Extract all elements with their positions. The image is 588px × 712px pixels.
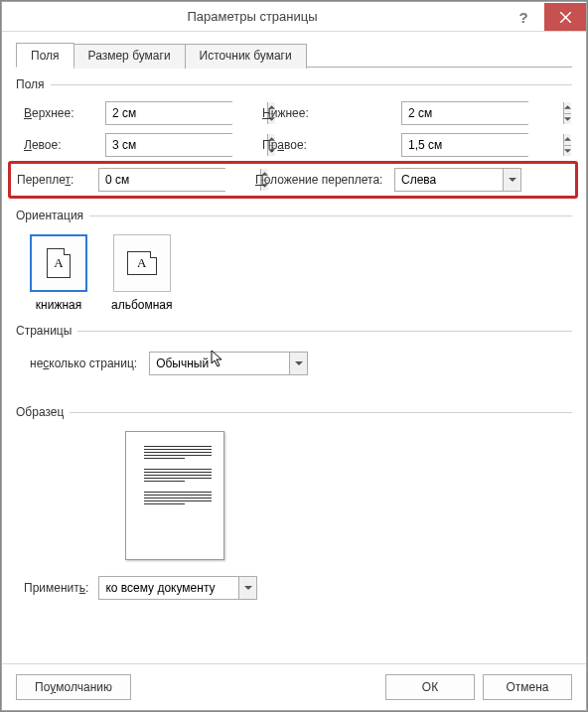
dialog-footer: По умолчанию ОК Отмена: [2, 663, 586, 710]
cancel-button[interactable]: Отмена: [483, 674, 572, 700]
tab-paper-size[interactable]: Размер бумаги: [74, 44, 186, 69]
titlebar: Параметры страницы ?: [2, 2, 586, 32]
tab-margins[interactable]: Поля: [16, 43, 74, 68]
select-apply-to[interactable]: ко всему документу: [98, 576, 257, 600]
help-button[interactable]: ?: [503, 3, 544, 31]
close-icon: [560, 12, 571, 23]
label-right: Правое:: [262, 138, 401, 152]
select-multi-pages[interactable]: Обычный: [149, 352, 308, 375]
chevron-down-icon: [238, 577, 256, 599]
input-bottom-margin[interactable]: [401, 101, 528, 125]
group-preview-label: Образец: [16, 405, 64, 419]
group-orientation: Ориентация A книжная A альбомная: [16, 209, 572, 314]
svg-marker-14: [244, 586, 252, 590]
label-left: Левое:: [24, 138, 105, 152]
gutter-highlight: Переплет: Положение переплета: Слева: [8, 161, 578, 199]
group-pages-label: Страницы: [16, 324, 72, 338]
svg-marker-9: [564, 149, 571, 153]
chevron-down-icon: [289, 353, 307, 374]
dialog-content: Поля Размер бумаги Источник бумаги Поля …: [2, 32, 586, 663]
close-button[interactable]: [544, 3, 586, 31]
tab-bar: Поля Размер бумаги Источник бумаги: [16, 42, 572, 68]
label-apply: Применить:: [24, 581, 88, 595]
group-orientation-label: Ориентация: [16, 209, 83, 222]
svg-marker-8: [564, 138, 571, 142]
group-margins: Поля Верхнее: Нижнее: Левое: Правое: Пер…: [16, 77, 572, 199]
group-preview: Образец: [16, 405, 572, 560]
label-multi-pages: несколько страниц:: [30, 356, 137, 370]
default-button[interactable]: По умолчанию: [16, 674, 131, 700]
group-pages: Страницы несколько страниц: Обычный: [16, 324, 572, 381]
input-left-margin[interactable]: [105, 133, 232, 157]
apply-row: Применить: ко всему документу: [16, 570, 572, 600]
label-bottom: Нижнее:: [262, 106, 401, 120]
svg-marker-4: [564, 106, 571, 110]
svg-marker-13: [295, 361, 303, 365]
select-gutter-position[interactable]: Слева: [394, 168, 521, 192]
page-setup-dialog: Параметры страницы ? Поля Размер бумаги …: [1, 1, 587, 711]
input-top-margin[interactable]: [105, 101, 232, 125]
orientation-landscape-label: альбомная: [111, 298, 173, 312]
input-gutter[interactable]: [98, 168, 225, 192]
input-right-margin[interactable]: [401, 133, 528, 157]
label-gutter: Переплет:: [17, 173, 98, 187]
tab-paper-source[interactable]: Источник бумаги: [185, 44, 307, 69]
label-top: Верхнее:: [24, 106, 105, 120]
orientation-portrait[interactable]: A книжная: [30, 234, 87, 312]
page-preview: [125, 431, 224, 560]
svg-marker-5: [564, 117, 571, 121]
label-gutter-pos: Положение переплета:: [255, 173, 394, 187]
orientation-landscape[interactable]: A альбомная: [111, 234, 173, 312]
window-title: Параметры страницы: [2, 9, 503, 24]
group-margins-label: Поля: [16, 77, 45, 91]
svg-marker-12: [509, 178, 516, 182]
ok-button[interactable]: ОК: [385, 674, 475, 700]
orientation-portrait-label: книжная: [36, 298, 81, 312]
chevron-down-icon: [503, 169, 520, 191]
cursor-icon: [211, 350, 226, 369]
